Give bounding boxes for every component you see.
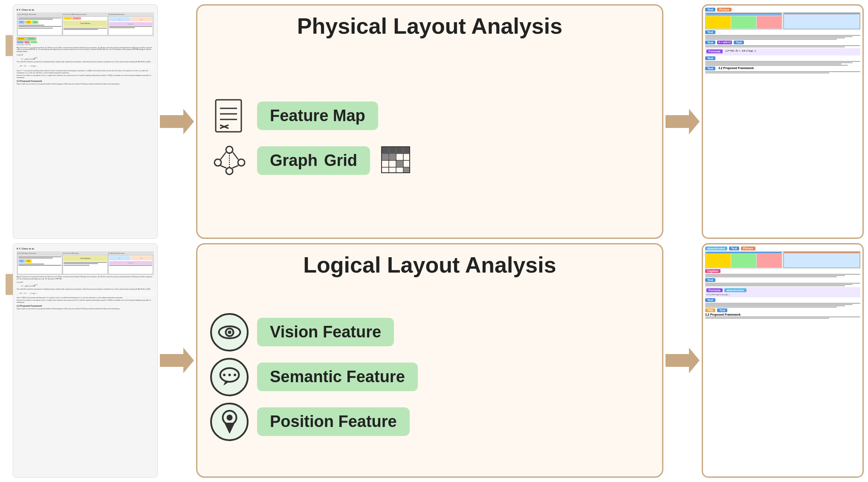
doc-pseudo-match: Pseudo Matching (64, 20, 107, 27)
logical-top-tags: abandondon Text Picture (705, 247, 860, 250)
log-text-lines-2 (705, 303, 860, 308)
caption-lines (705, 274, 860, 277)
text-tag-row-1: Text (705, 30, 860, 34)
tag-section: Text (705, 67, 715, 70)
cap-line-2 (705, 275, 845, 276)
doc-caption-bold-b: Fig. 2: (17, 276, 21, 278)
doc-matching-a: MIL (64, 17, 72, 20)
doc-para1: The model Φ is trained to maximize the s… (17, 61, 154, 63)
doc-para2: where YNV is the pseudo matching matrix … (17, 70, 154, 74)
doc-joint-model: Joint Encoder (109, 22, 152, 26)
logical-result-inner: abandondon Text Picture (703, 244, 862, 476)
bottom-result-arrow-icon (665, 343, 700, 377)
doc-subfig-c-content: Text Video Joint Encoder (108, 16, 153, 35)
graph-grid-row: Graph Grid (210, 141, 649, 180)
doc-v-n-bottom: V and N': (17, 281, 154, 284)
doc-subfig-c-b-content: Text Video Joint Encoder (108, 255, 153, 274)
doc-subfig-b-content: MIL NCE Pseudo Matching (63, 16, 107, 35)
svg-point-39 (234, 374, 236, 376)
doc-caption-bold: Fig. 2: (17, 47, 21, 49)
top-section: 6 Y. Chen et al. (a) LLM-Steps Extractio… (4, 4, 864, 239)
log-tag-formula: Formula (706, 288, 723, 292)
doc-box-llm: LLM (25, 20, 32, 24)
bent-arrow-area: 6 Y. Chen et al. (a) LLM-Steps Extractio… (4, 4, 158, 239)
top-left-area: 6 Y. Chen et al. (a) LLM-Steps Extractio… (4, 4, 158, 239)
svg-point-35 (228, 331, 231, 334)
tag-text-2: Text (705, 41, 715, 44)
physical-text-section-1: Text (705, 30, 860, 40)
log-tag-abandondon-2: abandondon (724, 288, 746, 292)
fig-item-2 (783, 12, 860, 29)
grid-table-icon (381, 146, 411, 174)
svg-rect-28 (389, 154, 396, 160)
doc-formula2-bottom: L(YNV, Ā) = − 1⁄K Σ log(...) (19, 291, 154, 296)
log-rp-line-7 (705, 307, 837, 308)
logical-result-panel: abandondon Text Picture (702, 243, 864, 478)
bottom-left-area: 6 Y. Chen et al. (a) LLM-Steps Extractio… (4, 243, 158, 478)
semantic-icon-container (210, 358, 249, 396)
logical-text-section-2: Text (705, 298, 860, 308)
section-3-2-label: 3.2 Proposed Framework (718, 67, 754, 70)
section-tag-row: Text 3.2 Proposed Framework (705, 67, 860, 70)
svg-rect-30 (404, 168, 409, 172)
fig-orange-line (784, 13, 859, 14)
svg-line-13 (220, 166, 226, 168)
svg-point-9 (226, 168, 233, 174)
pin-icon (220, 409, 239, 435)
logical-title: Logical Layout Analysis (210, 253, 649, 277)
physical-top-tags: Text Picture (705, 8, 860, 12)
fig-box-green (731, 16, 756, 29)
doc-subfig-a-content: Nar LLM Steps (17, 16, 62, 35)
formula-display: L(Y^NV, Ā) = -1/K Σ log(...) (726, 49, 756, 53)
doc-matching-boxes: MIL NCE (64, 17, 107, 20)
svg-rect-27 (382, 154, 388, 160)
svg-point-38 (228, 374, 231, 376)
doc-boxes: Nar LLM Steps (18, 20, 61, 24)
physical-analysis-box: Physical Layout Analysis (196, 4, 663, 239)
log-text-tag-row-1: Text (705, 278, 860, 282)
svg-rect-23 (382, 147, 388, 153)
position-icon-container (210, 403, 249, 441)
fig-line-1 (706, 13, 781, 15)
top-right-arrow-icon (160, 105, 194, 139)
doc-box-nar-b: Nar (18, 259, 25, 263)
svg-rect-24 (389, 147, 396, 153)
caption-tag-row: Caption (705, 269, 860, 273)
doc-llm-row: S-V-Long Fusion S-V-Short (17, 41, 154, 44)
grid-icon-box (381, 146, 411, 175)
logical-formula-block: Formula abandondon Σ Y_k^NV exp(Ā_{k,t}/… (705, 287, 860, 297)
rp-line-10 (705, 65, 848, 66)
tag-text-1: Text (705, 30, 715, 34)
physical-section-3-2: Text 3.2 Proposed Framework (705, 67, 860, 73)
doc-subfig-b: (b) Pseudo Matching Extraction MIL NCE P… (63, 13, 107, 35)
doc-subfig-c: (c) Model Architecture Text Video Joint … (108, 13, 153, 35)
vision-feature-row: Vision Feature (210, 313, 649, 351)
tag-formula-2: Formula (706, 49, 723, 53)
log-rp-line-6 (705, 305, 845, 306)
text-lines-2 (705, 45, 860, 47)
doc-para4: Figure 2 gives an overview of our propos… (17, 83, 154, 85)
doc-model-boxes-b: Text Video (109, 256, 152, 260)
doc-subfig-a-bottom: (a) LLM-Steps Extraction Nar LLM (17, 252, 62, 274)
log-formula-tag-row: Formula abandondon (706, 288, 859, 292)
doc-matching-b: NCE (72, 17, 81, 20)
doc-boxes-bottom: Nar LLM (18, 259, 61, 263)
rp-line-7 (705, 61, 860, 62)
fig-content-2 (784, 13, 860, 29)
top-result-arrow-container (663, 4, 702, 239)
physical-result-inner: Text Picture (703, 6, 862, 238)
log-text-tag-row-2: Text (705, 298, 860, 302)
doc-joint-b: Joint Encoder (109, 261, 152, 264)
top-result-arrow-icon (665, 105, 700, 139)
doc-subfig-b-b-content: Pseudo Matching (63, 255, 107, 274)
rp-line-3 (705, 38, 845, 38)
semantic-feature-label: Semantic Feature (257, 363, 418, 391)
doc-box-llm-b: LLM (25, 259, 32, 263)
doc-model-video: Video (131, 17, 152, 21)
graph-grid-label: Graph Grid (257, 146, 370, 175)
log-fig-item-1 (705, 251, 782, 268)
physical-title: Physical Layout Analysis (210, 14, 649, 38)
log-orange-line (784, 252, 859, 253)
physical-text-section-3: Text (705, 56, 860, 66)
document-panel: 6 Y. Chen et al. (a) LLM-Steps Extractio… (13, 4, 158, 239)
